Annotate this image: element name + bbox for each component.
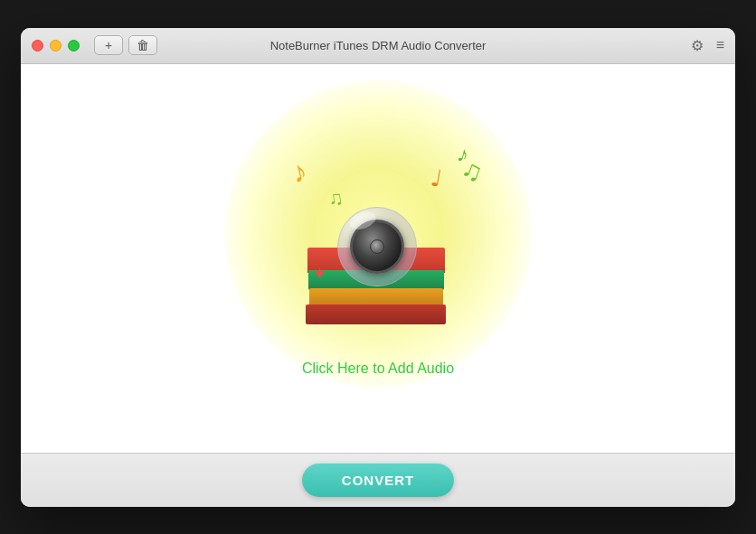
minimize-button[interactable] [50, 40, 61, 52]
speaker-glass [337, 207, 417, 286]
add-button[interactable]: + [94, 35, 123, 55]
menu-icon[interactable]: ≡ [716, 37, 724, 53]
main-content[interactable]: ♪ ♫ ♩ ♪ ♫ ✦ Click Here to [21, 64, 735, 453]
close-button[interactable] [32, 40, 43, 52]
sparkle-icon: ✦ [313, 264, 326, 284]
toolbar-buttons: + 🗑 [94, 35, 157, 55]
speaker [337, 207, 419, 288]
app-window: + 🗑 NoteBurner iTunes DRM Audio Converte… [21, 28, 735, 507]
window-title: NoteBurner iTunes DRM Audio Converter [270, 39, 487, 52]
footer: CONVERT [21, 453, 735, 507]
book-orange [309, 288, 443, 306]
trash-icon: 🗑 [137, 38, 149, 52]
delete-button[interactable]: 🗑 [128, 35, 157, 55]
convert-button[interactable]: CONVERT [302, 464, 454, 497]
music-note-orange-right: ♩ [429, 165, 443, 191]
traffic-lights [32, 40, 80, 52]
gear-icon[interactable]: ⚙ [691, 37, 704, 54]
music-note-orange-left: ♪ [288, 155, 310, 187]
speaker-center [370, 239, 384, 254]
illustration: ♪ ♫ ♩ ♪ ♫ ✦ [279, 139, 477, 338]
titlebar-right: ⚙ ≡ [691, 37, 724, 54]
speaker-cone [350, 220, 404, 274]
book-dark-red [306, 304, 446, 324]
maximize-button[interactable] [68, 40, 80, 52]
titlebar: + 🗑 NoteBurner iTunes DRM Audio Converte… [21, 28, 735, 64]
add-audio-text[interactable]: Click Here to Add Audio [302, 361, 454, 377]
